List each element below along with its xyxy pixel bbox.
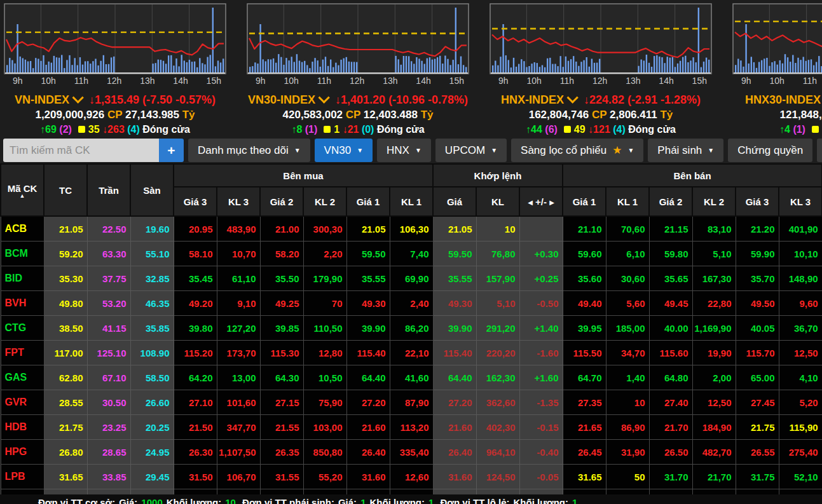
index-name[interactable]: HNX30-INDEX: [745, 93, 821, 106]
footer-label: Khối lượng:: [167, 497, 222, 504]
sell-price-cell: 21.65: [563, 415, 606, 440]
sell-vol-cell: 275,40: [779, 440, 822, 465]
ref-price-cell: 59.20: [44, 242, 87, 266]
symbol-cell[interactable]: CTG: [1, 316, 44, 341]
sell-col-header: Giá 2: [649, 187, 692, 216]
prev-col-icon[interactable]: ◀: [528, 199, 533, 206]
index-name[interactable]: VN30-INDEX: [248, 93, 315, 106]
advancers-ceiling: (6): [545, 124, 558, 135]
sell-vol-cell: 5,20: [779, 390, 822, 415]
symbol-cell[interactable]: FPT: [1, 341, 44, 365]
index-name[interactable]: HNX-INDEX: [501, 93, 564, 106]
symbol-cell[interactable]: ACB: [1, 216, 44, 242]
floor-price-cell: 29.45: [130, 465, 174, 489]
down-arrow-icon: ↓: [335, 92, 341, 107]
index-volume-row: 1,209,000,926 CP 27,143.985 Tỷ: [4, 107, 226, 122]
matched-price-cell: 26.40: [433, 440, 476, 465]
col-header-ma-ck[interactable]: Mã CK▲: [1, 164, 44, 216]
matched-col-header[interactable]: ◀ +/- ▶: [519, 187, 563, 216]
symbol-cell[interactable]: BID: [1, 266, 44, 291]
matched-col-header: KL: [476, 187, 519, 216]
ref-price-cell: 28.55: [44, 390, 87, 415]
intraday-chart: [4, 3, 226, 74]
time-label: 10h: [769, 76, 784, 88]
sell-vol-cell: 12,50: [692, 390, 736, 415]
ceiling-price-cell: 33.85: [87, 465, 130, 489]
floor-price-cell: 19.60: [130, 216, 174, 242]
down-arrow-icon: ↓: [89, 92, 95, 107]
next-col-icon[interactable]: ▶: [549, 199, 554, 206]
time-axis: 9h10h11h12h13h14h15h: [490, 74, 712, 88]
buy-vol-cell: 347,70: [217, 415, 260, 440]
tab-ph-i-sinh[interactable]: Phái sinh▼: [648, 139, 723, 162]
time-label: 11h: [560, 76, 574, 88]
unchanged-square-icon: [812, 126, 819, 133]
session-status: Đóng cửa: [628, 124, 676, 135]
matched-price-cell: 21.05: [433, 216, 476, 242]
buy-vol-cell: 483,90: [217, 216, 260, 242]
symbol-cell[interactable]: LPB: [1, 465, 44, 489]
matched-vol-cell: 76,80: [476, 242, 519, 266]
ref-price-cell: 21.05: [44, 216, 87, 242]
sort-asc-icon[interactable]: ▲: [1, 194, 43, 198]
chevron-down-icon[interactable]: [566, 92, 578, 103]
symbol-cell[interactable]: BCM: [1, 242, 44, 266]
buy-vol-cell: 86,20: [390, 316, 433, 341]
matched-price-cell: 64.40: [433, 365, 476, 390]
tab-ch-ng-quy-n[interactable]: Chứng quyền: [728, 139, 812, 162]
buy-vol-cell: 179,90: [303, 266, 346, 291]
buy-vol-cell: 103,00: [303, 415, 346, 440]
index-title-row: VN30-INDEX↓ 1,401.20 (-10.96 -0.78%): [247, 92, 469, 107]
symbol-cell[interactable]: HDB: [1, 415, 44, 440]
footer-value: 1000: [141, 497, 162, 504]
chevron-down-icon[interactable]: [318, 92, 329, 103]
time-label: 15h: [449, 76, 464, 88]
unchanged-square-icon: [78, 126, 85, 133]
buy-price-cell: 64.40: [346, 365, 390, 390]
buy-price-cell: 35.55: [346, 266, 390, 291]
tab-label: UPCOM: [445, 144, 485, 157]
buy-vol-cell: 61,10: [217, 266, 260, 291]
tab-s-ng-l-c-c-phi-u[interactable]: Sàng lọc cổ phiếu★▼: [511, 139, 643, 162]
sell-price-cell: 59.80: [649, 242, 692, 266]
tab-t[interactable]: T: [817, 139, 822, 162]
shares-unit: CP: [346, 109, 364, 121]
buy-vol-cell: 7,40: [390, 242, 433, 266]
buy-col-header: Giá 2: [260, 187, 303, 216]
symbol-cell[interactable]: GAS: [1, 365, 44, 390]
ceiling-price-cell: 23.25: [87, 415, 130, 440]
search-input[interactable]: [3, 139, 159, 162]
symbol-cell[interactable]: HPG: [1, 440, 44, 465]
footer-label: Khối lượng:: [369, 497, 425, 504]
index-name[interactable]: VN-INDEX: [15, 93, 69, 106]
table-row: BVH49.8053.2046.3549.209,1049.257049.302…: [1, 291, 822, 316]
matched-vol-cell: 157,90: [476, 266, 519, 291]
total-shares: 121,848,: [780, 109, 822, 121]
sell-col-header: Giá 3: [736, 187, 779, 216]
ceiling-price-cell: 41.15: [87, 316, 130, 341]
group-header-buy: Bên mua: [174, 164, 433, 187]
add-symbol-button[interactable]: +: [159, 139, 184, 162]
index-title-row: VN-INDEX↓ 1,315.49 (-7.50 -0.57%): [4, 92, 226, 107]
sell-price-cell: 21.10: [563, 216, 606, 242]
change-cell: -1.60: [519, 341, 563, 365]
session-status: Đóng cửa: [142, 124, 190, 135]
buy-vol-cell: 10,70: [217, 242, 260, 266]
tab-vn30[interactable]: VN30▼: [315, 139, 373, 162]
tab-upcom[interactable]: UPCOM▼: [435, 139, 507, 162]
matched-price-cell: 115.40: [433, 341, 476, 365]
symbol-cell[interactable]: GVR: [1, 390, 44, 415]
matched-price-cell: 21.60: [433, 415, 476, 440]
symbol-cell[interactable]: BVH: [1, 291, 44, 316]
shares-unit: CP: [107, 109, 125, 121]
table-row: ACB21.0522.5019.6020.95483,9021.00300,30…: [1, 216, 822, 242]
sell-vol-cell: 167,30: [692, 266, 736, 291]
buy-vol-cell: 106,30: [390, 216, 433, 242]
tab-hnx[interactable]: HNX▼: [377, 139, 431, 162]
buy-price-cell: 39.85: [260, 316, 303, 341]
chevron-down-icon[interactable]: [72, 92, 83, 103]
unchanged: 1: [334, 124, 342, 135]
sell-vol-cell: 31,90: [606, 440, 649, 465]
footer-label: Khối lượng:: [514, 497, 569, 504]
tab-danh-m-c-theo-d-i[interactable]: Danh mục theo dõi▼: [188, 139, 310, 162]
